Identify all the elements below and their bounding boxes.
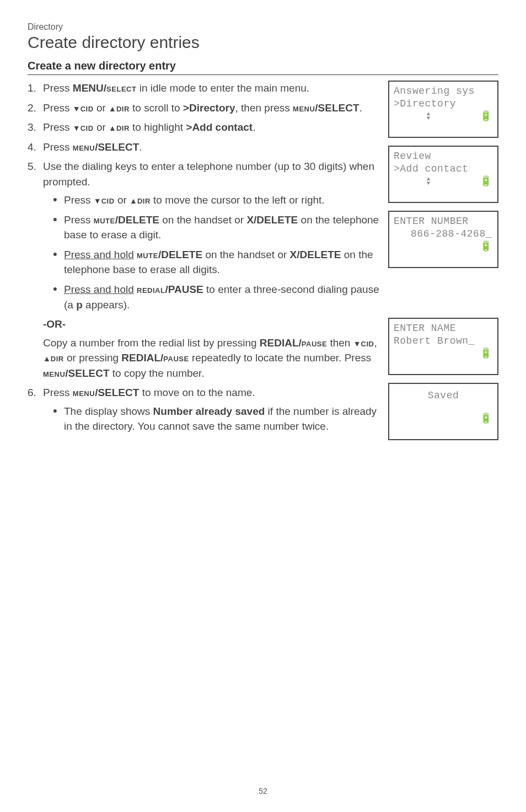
text: on the handset or <box>202 249 289 260</box>
redial-key: REDIAL/ <box>121 352 163 364</box>
menu-key: menu <box>73 387 95 398</box>
screen-enter-name: ENTER NAME Robert Brown_ 🔋 <box>388 318 498 375</box>
screen-saved: Saved 🔋 <box>388 383 498 440</box>
text: . <box>139 141 142 153</box>
add-contact-item: >Add contact <box>186 121 253 133</box>
xdelete-key: X/DELETE <box>290 249 341 260</box>
text: Copy a number from the redial list by pr… <box>43 337 260 349</box>
step-number: 4. <box>28 140 36 155</box>
step-5c: Press and hold mute/DELETE on the handse… <box>53 247 379 277</box>
screen-line: Robert Brown_ <box>394 335 493 348</box>
screen-line: >Directory <box>394 98 493 110</box>
step-5: 5. Use the dialing keys to enter a telep… <box>28 159 379 312</box>
text: . <box>253 121 255 133</box>
text: to move on to the name. <box>139 387 255 398</box>
text: or <box>94 121 109 133</box>
text: Press <box>43 387 73 398</box>
up-arrow-icon <box>43 352 51 364</box>
delete-key: /DELETE <box>115 214 159 226</box>
page-title: Create directory entries <box>28 33 498 52</box>
text: . <box>359 102 362 114</box>
select-key: /SELECT <box>315 102 359 114</box>
text: or pressing <box>64 352 122 364</box>
step-number: 1. <box>28 81 36 96</box>
down-arrow-icon <box>353 337 361 349</box>
steps-column: 1. Press MENU/select in idle mode to ent… <box>28 81 379 448</box>
select-key: /SELECT <box>65 367 109 379</box>
select-key: /SELECT <box>95 141 139 153</box>
screen-line: Answering sys <box>394 85 493 98</box>
breadcrumb: Directory <box>28 22 498 32</box>
menu-key: menu <box>293 102 315 114</box>
step-number: 6. <box>28 385 36 400</box>
page-number: 52 <box>259 787 267 795</box>
pause-key: pause <box>163 352 189 364</box>
dir-key: dir <box>137 194 151 206</box>
step-5a: Press cid or dir to move the cursor to t… <box>53 193 379 208</box>
dir-key: dir <box>116 102 130 114</box>
text: Press <box>43 82 73 94</box>
screen-enter-number: ENTER NUMBER 866-288-4268_ 🔋 <box>388 211 498 268</box>
step-number: 2. <box>28 100 36 116</box>
cid-key: cid <box>361 337 374 349</box>
text: on the handset or <box>159 214 246 226</box>
text: Use the dialing keys to enter a telephon… <box>43 161 374 188</box>
screen-add-contact: Review >Add contact 🔋 <box>388 146 498 203</box>
mute-key: mute <box>137 249 158 260</box>
or-separator: -OR- <box>43 317 379 332</box>
text: to move the cursor to the left or right. <box>151 194 325 206</box>
text: repeatedly to locate the number. Press <box>189 352 372 364</box>
screen-line: Review <box>394 150 493 163</box>
battery-icon: 🔋 <box>480 348 492 360</box>
cid-key: cid <box>101 194 115 206</box>
step-2: 2. Press cid or dir to scroll to >Direct… <box>28 100 379 116</box>
screen-line: 866-288-4268_ <box>394 228 493 241</box>
text: Press <box>43 102 73 114</box>
step-5d: Press and hold redial/PAUSE to enter a t… <box>53 282 379 312</box>
text: in idle mode to enter the main menu. <box>136 82 309 94</box>
battery-icon: 🔋 <box>480 413 492 425</box>
press-hold: Press and hold <box>64 249 134 260</box>
battery-icon: 🔋 <box>480 241 492 253</box>
menu-key: MENU/ <box>73 82 106 94</box>
step-6: 6. Press menu/SELECT to move on to the n… <box>28 385 379 434</box>
text: Press <box>43 121 73 133</box>
number-already-saved: Number already saved <box>153 405 265 417</box>
text: or <box>115 194 130 206</box>
step-1: 1. Press MENU/select in idle mode to ent… <box>28 81 379 96</box>
down-arrow-icon <box>73 121 80 133</box>
text: then <box>327 337 353 349</box>
screens-column: Answering sys >Directory 🔋 Review >Add c… <box>388 81 498 448</box>
section-title: Create a new directory entry <box>28 60 498 75</box>
text: to copy the number. <box>110 367 205 379</box>
redial-key: REDIAL/ <box>260 337 302 349</box>
text: appears). <box>83 299 130 311</box>
text: , then press <box>235 102 293 114</box>
screen-line: ENTER NAME <box>394 322 493 335</box>
pause-key: /PAUSE <box>165 284 203 295</box>
text: to highlight <box>130 121 186 133</box>
select-key: /SELECT <box>95 387 139 398</box>
select-key: select <box>106 82 136 94</box>
step-5b: Press mute/DELETE on the handset or X/DE… <box>53 212 379 243</box>
up-arrow-icon <box>109 102 116 114</box>
up-arrow-icon <box>130 194 137 206</box>
battery-icon: 🔋 <box>480 110 492 123</box>
up-arrow-icon <box>109 121 116 133</box>
down-arrow-icon <box>73 102 80 114</box>
p-char: p <box>76 299 83 311</box>
mute-key: mute <box>94 214 115 226</box>
screen-directory: Answering sys >Directory 🔋 <box>388 81 498 138</box>
pause-key: pause <box>302 337 327 349</box>
press-hold: Press and hold <box>64 284 134 295</box>
screen-line: ENTER NUMBER <box>394 215 493 228</box>
step-3: 3. Press cid or dir to highlight >Add co… <box>28 120 379 135</box>
text: Press <box>64 214 94 226</box>
xdelete-key: X/DELETE <box>246 214 298 226</box>
menu-key: menu <box>73 141 95 153</box>
copy-instruction: Copy a number from the redial list by pr… <box>43 335 379 381</box>
step-number: 5. <box>28 159 36 174</box>
cid-key: cid <box>80 102 94 114</box>
step-4: 4. Press menu/SELECT. <box>28 140 379 155</box>
updown-icon <box>427 177 430 186</box>
